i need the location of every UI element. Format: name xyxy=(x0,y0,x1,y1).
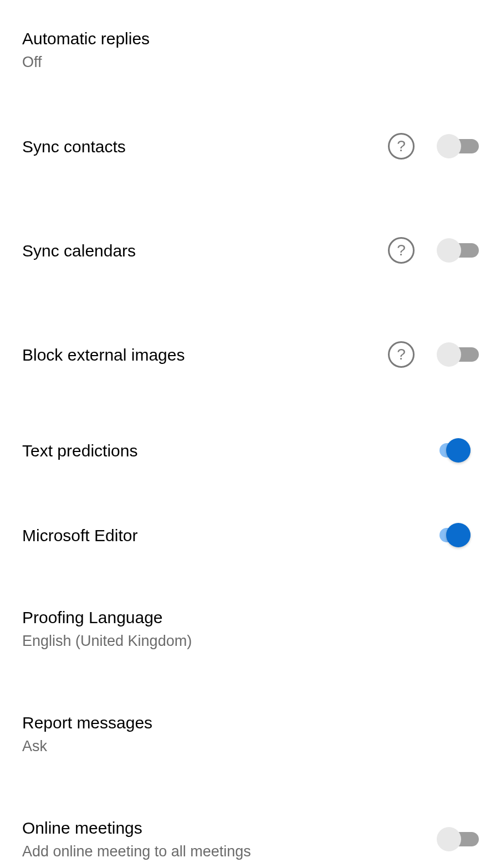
toggle-thumb xyxy=(446,438,471,463)
toggle-thumb xyxy=(437,342,461,367)
proofing-language-row[interactable]: Proofing Language English (United Kingdo… xyxy=(0,576,501,681)
block-external-images-row: Block external images ? xyxy=(0,302,501,407)
setting-title: Block external images xyxy=(22,344,388,366)
report-messages-row[interactable]: Report messages Ask xyxy=(0,681,501,787)
block-external-images-toggle[interactable] xyxy=(437,341,479,368)
setting-value: Off xyxy=(22,53,150,72)
microsoft-editor-toggle[interactable] xyxy=(428,522,471,548)
sync-contacts-row: Sync contacts ? xyxy=(0,94,501,198)
microsoft-editor-row: Microsoft Editor xyxy=(0,494,501,576)
setting-title: Microsoft Editor xyxy=(22,525,428,546)
setting-title: Sync contacts xyxy=(22,136,388,157)
setting-title: Sync calendars xyxy=(22,240,388,261)
setting-value: Ask xyxy=(22,737,152,756)
text-predictions-row: Text predictions xyxy=(0,407,501,494)
setting-title: Text predictions xyxy=(22,440,428,461)
toggle-thumb xyxy=(446,523,471,547)
sync-contacts-toggle[interactable] xyxy=(437,133,479,160)
setting-title: Proofing Language xyxy=(22,607,192,628)
settings-list: Automatic replies Off Sync contacts ? Sy… xyxy=(0,0,501,861)
online-meetings-row: Online meetings Add online meeting to al… xyxy=(0,787,501,861)
online-meetings-toggle[interactable] xyxy=(437,826,479,852)
setting-value: English (United Kingdom) xyxy=(22,631,192,651)
setting-title: Automatic replies xyxy=(22,28,150,49)
setting-title: Online meetings xyxy=(22,817,437,839)
help-icon[interactable]: ? xyxy=(388,237,415,264)
setting-title: Report messages xyxy=(22,712,152,733)
sync-calendars-toggle[interactable] xyxy=(437,237,479,264)
toggle-thumb xyxy=(437,238,461,263)
help-icon[interactable]: ? xyxy=(388,341,415,368)
text-predictions-toggle[interactable] xyxy=(428,437,471,464)
setting-subtitle: Add online meeting to all meetings xyxy=(22,842,437,861)
automatic-replies-row[interactable]: Automatic replies Off xyxy=(0,0,501,94)
help-icon[interactable]: ? xyxy=(388,133,415,160)
sync-calendars-row: Sync calendars ? xyxy=(0,198,501,302)
toggle-thumb xyxy=(437,827,461,851)
toggle-thumb xyxy=(437,134,461,158)
